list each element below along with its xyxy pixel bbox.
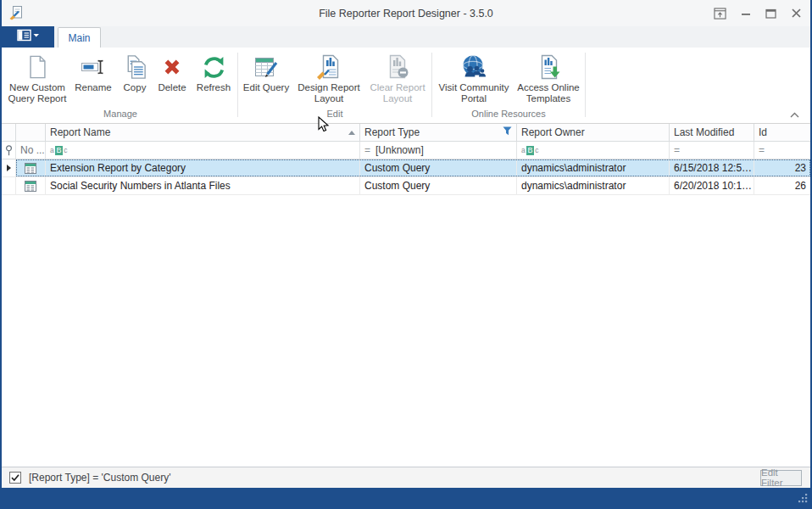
column-header-report-name[interactable]: Report Name: [46, 124, 360, 142]
tab-main-label: Main: [68, 32, 90, 44]
application-menu-button[interactable]: [2, 26, 54, 48]
close-icon[interactable]: [789, 6, 804, 20]
filter-panel: [Report Type] = 'Custom Query' Edit Filt…: [2, 467, 810, 488]
report-table-icon: [16, 177, 46, 195]
access-online-templates-button[interactable]: Access Online Templates: [514, 50, 583, 106]
filter-cell-last-modified[interactable]: =: [670, 142, 754, 159]
cell-last-modified[interactable]: 6/20/2018 10:1…: [670, 177, 754, 195]
maximize-icon[interactable]: [764, 6, 778, 20]
rename-label: Rename: [75, 82, 111, 93]
filter-cell-report-owner[interactable]: aBc: [517, 142, 670, 159]
app-menu-icon: [17, 29, 40, 45]
resize-grip-icon[interactable]: [798, 492, 809, 507]
filter-cell-report-name[interactable]: aBc: [46, 142, 360, 159]
visit-community-portal-label: Visit Community Portal: [436, 82, 512, 104]
refresh-button[interactable]: Refresh: [192, 50, 236, 95]
edit-query-button[interactable]: Edit Query: [240, 50, 292, 95]
clear-report-layout-button: Clear Report Layout: [365, 50, 430, 106]
column-header-report-owner[interactable]: Report Owner: [517, 124, 670, 142]
rename-button[interactable]: Rename: [70, 50, 117, 95]
community-portal-globe-icon: [460, 52, 487, 82]
cell-last-modified[interactable]: 6/15/2018 12:5…: [670, 159, 754, 177]
column-header-report-owner-label: Report Owner: [521, 126, 585, 138]
cell-report-name[interactable]: Social Security Numbers in Atlanta Files: [46, 177, 360, 195]
ribbon-group-edit: Edit Query: [240, 49, 430, 123]
refresh-icon: [201, 52, 227, 82]
edit-filter-label: Edit Filter: [761, 467, 801, 488]
table-row[interactable]: Extension Report by Category Custom Quer…: [2, 159, 810, 177]
ribbon-tab-row: Main: [2, 26, 810, 48]
row-indicator-cell: [2, 177, 16, 195]
group-label-edit: Edit: [240, 109, 430, 123]
fullscreen-icon[interactable]: [713, 6, 727, 20]
equals-operator-icon: =: [674, 144, 680, 156]
ribbon: New Custom Query Report Rename: [2, 48, 810, 124]
edit-query-label: Edit Query: [243, 82, 289, 93]
column-header-report-name-label: Report Name: [50, 126, 110, 138]
report-table-icon: [16, 159, 46, 177]
copy-icon: [122, 52, 148, 82]
design-report-layout-button[interactable]: Design Report Layout: [292, 50, 365, 106]
design-report-layout-label: Design Report Layout: [294, 82, 364, 104]
table-row[interactable]: Social Security Numbers in Atlanta Files…: [2, 177, 810, 195]
filter-no-value: No ...: [20, 144, 45, 156]
equals-operator-icon: =: [364, 144, 370, 156]
cell-report-type[interactable]: Custom Query: [360, 159, 517, 177]
reports-grid: Report Name Report Type Report Owner Las…: [2, 124, 810, 467]
filter-cell-report-type[interactable]: = [Unknown]: [360, 142, 517, 159]
column-header-last-modified-label: Last Modified: [674, 126, 734, 138]
copy-button[interactable]: Copy: [117, 50, 153, 95]
cell-report-owner[interactable]: dynamics\administrator: [517, 159, 670, 177]
minimize-icon[interactable]: [738, 6, 753, 20]
rename-icon: [80, 52, 107, 82]
abc-filter-icon: aBc: [50, 146, 68, 155]
filter-cell-id[interactable]: =: [754, 142, 810, 159]
abc-filter-icon: aBc: [521, 146, 539, 155]
ribbon-group-separator: [237, 53, 238, 117]
visit-community-portal-button[interactable]: Visit Community Portal: [434, 50, 514, 106]
filter-funnel-icon[interactable]: [503, 126, 512, 138]
edit-filter-button[interactable]: Edit Filter: [760, 470, 802, 486]
design-report-layout-icon: [315, 52, 342, 82]
group-label-manage: Manage: [5, 109, 236, 123]
clear-report-layout-icon: [384, 52, 411, 82]
tab-main[interactable]: Main: [58, 27, 101, 48]
window-title: File Reporter Report Designer - 3.5.0: [2, 8, 810, 20]
header-indicator-cell: [2, 124, 16, 142]
edit-query-icon: [253, 52, 280, 82]
delete-button[interactable]: Delete: [153, 50, 192, 95]
cell-id[interactable]: 23: [754, 159, 810, 177]
copy-label: Copy: [124, 82, 147, 93]
column-header-report-type-label: Report Type: [364, 126, 420, 138]
cell-report-owner[interactable]: dynamics\administrator: [517, 177, 670, 195]
ribbon-group-manage: New Custom Query Report Rename: [5, 49, 236, 123]
filter-enabled-checkbox[interactable]: [9, 472, 21, 484]
filter-pin-icon: [2, 142, 16, 159]
app-window: File Reporter Report Designer - 3.5.0: [0, 0, 812, 509]
title-bar: File Reporter Report Designer - 3.5.0: [2, 0, 810, 26]
column-header-id-label: Id: [759, 126, 767, 138]
filter-type-value: [Unknown]: [375, 144, 424, 156]
cell-report-name[interactable]: Extension Report by Category: [46, 159, 360, 177]
filter-cell-icon-column[interactable]: No ...: [16, 142, 46, 159]
refresh-label: Refresh: [197, 82, 231, 93]
grid-header-row: Report Name Report Type Report Owner Las…: [2, 124, 810, 142]
row-arrow-icon: [2, 159, 16, 177]
ribbon-group-separator: [431, 53, 432, 117]
equals-operator-icon: =: [759, 144, 765, 156]
column-header-last-modified[interactable]: Last Modified: [670, 124, 754, 142]
cell-report-type[interactable]: Custom Query: [360, 177, 517, 195]
new-document-icon: [25, 52, 50, 82]
sort-ascending-icon: [348, 131, 355, 135]
collapse-ribbon-chevron-icon[interactable]: [788, 110, 800, 119]
column-header-id[interactable]: Id: [754, 124, 810, 142]
access-online-templates-label: Access Online Templates: [515, 82, 581, 104]
column-header-report-type[interactable]: Report Type: [360, 124, 517, 142]
filter-expression-text: [Report Type] = 'Custom Query': [29, 472, 753, 484]
window-controls: [713, 0, 804, 26]
header-icon-cell: [16, 124, 46, 142]
ribbon-group-online-resources: Visit Community Portal: [434, 49, 583, 123]
new-custom-query-report-button[interactable]: New Custom Query Report: [5, 50, 70, 106]
delete-x-icon: [159, 52, 185, 82]
cell-id[interactable]: 26: [754, 177, 810, 195]
